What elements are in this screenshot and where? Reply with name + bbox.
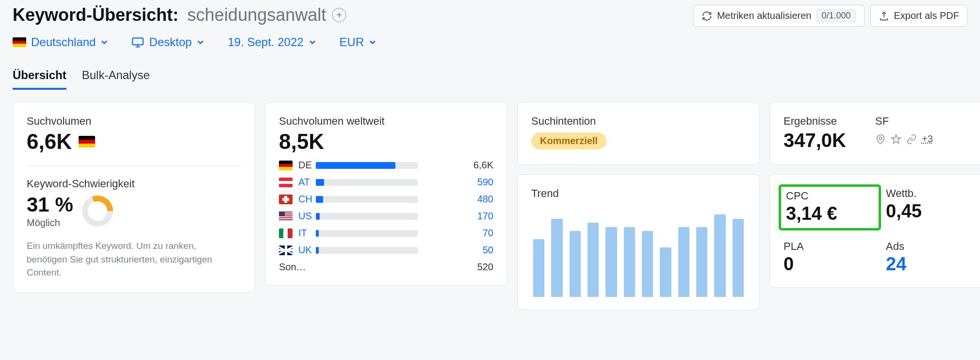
trend-bar xyxy=(660,247,671,297)
sv-label: Suchvolumen xyxy=(27,115,241,128)
date-filter[interactable]: 19. Sept. 2022 xyxy=(228,35,317,49)
sf-label: SF xyxy=(875,115,933,128)
gv-val[interactable]: 480 xyxy=(423,194,493,205)
trend-bar xyxy=(624,227,635,297)
gv-other-row: Son… 520 xyxy=(279,262,493,273)
keyword: scheidungsanwalt xyxy=(187,5,326,25)
gv-label: Suchvolumen weltweit xyxy=(279,115,493,128)
svg-point-1 xyxy=(879,137,882,140)
refresh-label: Metriken aktualisieren xyxy=(717,10,812,21)
kd-value: 31 % xyxy=(27,193,73,216)
metric-ads: Ads 24 xyxy=(886,240,979,275)
sf-block: SF +3 xyxy=(875,115,933,151)
gv-row[interactable]: US 170 xyxy=(279,211,493,222)
trend-bar xyxy=(605,227,617,297)
trend-bar xyxy=(588,223,599,297)
gv-bar xyxy=(316,162,418,169)
card-metrics: CPC 3,14 € Wettb. 0,45 PLA 0 Ads 24 xyxy=(769,174,980,288)
date-label: 19. Sept. 2022 xyxy=(228,35,303,49)
pla-label: PLA xyxy=(784,240,876,253)
ads-value[interactable]: 24 xyxy=(886,254,979,275)
results-block: Ergebnisse 347,0K xyxy=(784,115,846,151)
trend-bar xyxy=(533,239,544,297)
gv-row[interactable]: CH 480 xyxy=(279,194,493,205)
trend-bar xyxy=(696,227,707,297)
metric-cpc: CPC 3,14 € xyxy=(779,184,881,230)
currency-filter[interactable]: EUR xyxy=(340,35,378,49)
page-title: Keyword-Übersicht: xyxy=(13,5,179,25)
gv-row[interactable]: UK 50 xyxy=(279,245,493,256)
gv-val[interactable]: 170 xyxy=(423,211,493,222)
cpc-value: 3,14 € xyxy=(786,203,874,224)
gv-bar xyxy=(316,196,418,203)
metric-comp: Wettb. 0,45 xyxy=(886,187,979,227)
desktop-icon xyxy=(131,36,144,49)
intent-label: Suchintention xyxy=(531,115,746,128)
export-label: Export als PDF xyxy=(894,10,959,21)
refresh-icon xyxy=(702,11,712,21)
svg-rect-0 xyxy=(133,38,144,45)
device-filter[interactable]: Desktop xyxy=(131,35,205,49)
metric-pla: PLA 0 xyxy=(784,240,876,275)
intent-pill: Kommerziell xyxy=(531,132,606,149)
export-pdf-button[interactable]: Export als PDF xyxy=(870,5,967,27)
filter-bar: Deutschland Desktop 19. Sept. 2022 EUR xyxy=(13,35,967,49)
refresh-metrics-button[interactable]: Metriken aktualisieren 0/1.000 xyxy=(693,5,865,27)
country-filter[interactable]: Deutschland xyxy=(13,35,109,49)
comp-label: Wettb. xyxy=(886,187,979,200)
flag-icon xyxy=(279,195,293,204)
kd-text: 31 % Möglich xyxy=(27,193,73,229)
chevron-down-icon xyxy=(99,37,109,47)
kd-donut-icon xyxy=(82,196,113,227)
country-label: Deutschland xyxy=(31,35,96,49)
refresh-counter: 0/1.000 xyxy=(816,9,856,22)
trend-bar xyxy=(570,231,581,297)
gv-cc: CH xyxy=(298,194,312,205)
gv-value: 8,5K xyxy=(279,130,324,154)
trend-bar xyxy=(642,231,653,297)
germany-flag-icon xyxy=(79,136,95,147)
link-icon xyxy=(906,134,917,145)
tab-bulk[interactable]: Bulk-Analyse xyxy=(82,68,150,90)
gv-cc: UK xyxy=(298,245,312,256)
gv-val[interactable]: 50 xyxy=(423,245,493,256)
trend-label: Trend xyxy=(531,187,746,200)
gv-cc: DE xyxy=(298,160,312,171)
flag-icon xyxy=(279,161,293,170)
trend-bar xyxy=(678,227,689,297)
flag-icon xyxy=(279,178,293,187)
gv-bar xyxy=(316,247,418,254)
gv-row: DE 6,6K xyxy=(279,160,493,171)
currency-label: EUR xyxy=(340,35,364,49)
gv-bar xyxy=(316,230,418,237)
comp-value: 0,45 xyxy=(886,201,979,222)
kd-label: Keyword-Schwierigkeit xyxy=(27,178,241,190)
gv-val: 6,6K xyxy=(423,160,493,171)
kd-sub: Möglich xyxy=(27,217,73,229)
gv-cc: IT xyxy=(298,228,307,239)
gv-val[interactable]: 70 xyxy=(423,228,493,239)
gv-row[interactable]: IT 70 xyxy=(279,228,493,239)
tab-overview[interactable]: Übersicht xyxy=(13,68,66,90)
trend-chart xyxy=(531,214,746,297)
gv-val[interactable]: 590 xyxy=(423,177,493,188)
device-label: Desktop xyxy=(149,35,192,49)
trend-bar xyxy=(551,219,562,297)
gv-row[interactable]: AT 590 xyxy=(279,177,493,188)
card-search-volume: Suchvolumen 6,6K Keyword-Schwierigkeit 3… xyxy=(13,102,255,293)
gv-cc: AT xyxy=(298,177,310,188)
flag-icon xyxy=(279,229,293,238)
card-intent: Suchintention Kommerziell xyxy=(517,102,760,164)
gv-other-label: Son… xyxy=(279,262,418,273)
title-block: Keyword-Übersicht: scheidungsanwalt + xyxy=(13,5,346,25)
flag-icon xyxy=(279,212,293,221)
pin-icon xyxy=(875,134,886,145)
sf-more[interactable]: +3 xyxy=(922,133,933,145)
ads-label: Ads xyxy=(886,240,979,253)
add-keyword-button[interactable]: + xyxy=(332,8,346,22)
header: Keyword-Übersicht: scheidungsanwalt + Me… xyxy=(13,5,967,27)
gv-cc: US xyxy=(298,211,312,222)
trend-bar xyxy=(733,219,744,297)
header-actions: Metriken aktualisieren 0/1.000 Export al… xyxy=(693,5,967,27)
pla-value: 0 xyxy=(784,254,876,275)
